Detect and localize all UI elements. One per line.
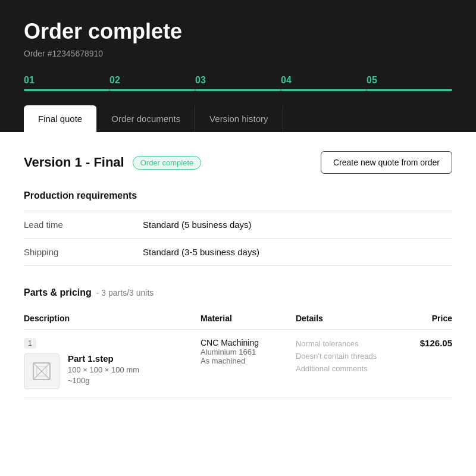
- order-title: Order complete: [24, 19, 452, 44]
- tab-final-quote[interactable]: Final quote: [24, 105, 97, 132]
- step-2-number: 02: [109, 75, 195, 86]
- step-5: 05: [367, 75, 452, 91]
- step-1-number: 01: [24, 75, 109, 86]
- tab-bar: Final quote Order documents Version hist…: [24, 105, 452, 132]
- part-info: Part 1.step 100 × 100 × 100 mm ~100g: [24, 353, 201, 389]
- part-details-text: Part 1.step 100 × 100 × 100 mm ~100g: [68, 353, 139, 385]
- detail-threads: Doesn't contain threads: [296, 350, 403, 363]
- part-material-cell: CNC Machining Aluminium 1661 As machined: [201, 330, 296, 398]
- detail-comments: Additional comments: [296, 363, 403, 375]
- step-4: 04: [281, 75, 367, 91]
- parts-table-header-row: Description Material Details Price: [24, 308, 452, 330]
- version-title-group: Version 1 - Final Order complete: [24, 155, 201, 170]
- version-title: Version 1 - Final: [24, 155, 124, 170]
- version-header: Version 1 - Final Order complete Create …: [24, 151, 452, 174]
- material-finish: As machined: [201, 356, 296, 365]
- step-3-line: [195, 89, 281, 91]
- step-5-number: 05: [367, 75, 452, 86]
- part-thumbnail-icon: [31, 361, 52, 382]
- parts-title: Parts & pricing: [24, 287, 92, 298]
- progress-steps: 01 02 03 04 05: [24, 75, 452, 91]
- status-badge: Order complete: [133, 156, 202, 170]
- shipping-label: Shipping: [24, 239, 143, 266]
- material-grade: Aluminium 1661: [201, 347, 296, 356]
- tab-version-history[interactable]: Version history: [195, 105, 283, 132]
- table-row: 1 Part 1.step: [24, 330, 452, 398]
- part-thumbnail: [24, 353, 60, 389]
- parts-table: Description Material Details Price 1: [24, 308, 452, 398]
- table-row: Lead time Standard (5 business days): [24, 211, 452, 239]
- col-description: Description: [24, 308, 201, 330]
- part-price-cell: $126.05: [403, 330, 452, 398]
- row-number: 1: [24, 338, 36, 349]
- part-description-cell: 1 Part 1.step: [24, 330, 201, 398]
- table-row: Shipping Standard (3-5 business days): [24, 239, 452, 266]
- col-material: Material: [201, 308, 296, 330]
- step-3-number: 03: [195, 75, 281, 86]
- step-1: 01: [24, 75, 109, 91]
- shipping-value: Standard (3-5 business days): [143, 239, 452, 266]
- lead-time-label: Lead time: [24, 211, 143, 239]
- part-weight: ~100g: [68, 376, 139, 385]
- detail-tolerances: Normal tolerances: [296, 338, 403, 350]
- production-requirements-section: Production requirements Lead time Standa…: [24, 190, 452, 266]
- tab-order-documents[interactable]: Order documents: [97, 105, 195, 132]
- part-details-cell: Normal tolerances Doesn't contain thread…: [296, 330, 403, 398]
- create-quote-button[interactable]: Create new quote from order: [321, 151, 452, 174]
- step-3: 03: [195, 75, 281, 91]
- parts-pricing-section: Parts & pricing - 3 parts/3 units Descri…: [24, 287, 452, 398]
- production-section-title: Production requirements: [24, 190, 452, 201]
- parts-subtitle: - 3 parts/3 units: [96, 288, 154, 298]
- material-process: CNC Machining: [201, 338, 296, 347]
- part-dimensions: 100 × 100 × 100 mm: [68, 365, 139, 374]
- step-2: 02: [109, 75, 195, 91]
- parts-header: Parts & pricing - 3 parts/3 units: [24, 287, 452, 298]
- step-4-number: 04: [281, 75, 367, 86]
- main-content: Version 1 - Final Order complete Create …: [0, 132, 476, 417]
- page-header: Order complete Order #12345678910 01 02 …: [0, 0, 476, 132]
- step-4-line: [281, 89, 367, 91]
- step-2-line: [109, 89, 195, 91]
- col-price: Price: [403, 308, 452, 330]
- order-number: Order #12345678910: [24, 49, 452, 58]
- col-details: Details: [296, 308, 403, 330]
- step-5-line: [367, 89, 452, 91]
- step-1-line: [24, 89, 109, 91]
- requirements-table: Lead time Standard (5 business days) Shi…: [24, 211, 452, 266]
- part-name: Part 1.step: [68, 353, 139, 364]
- lead-time-value: Standard (5 business days): [143, 211, 452, 239]
